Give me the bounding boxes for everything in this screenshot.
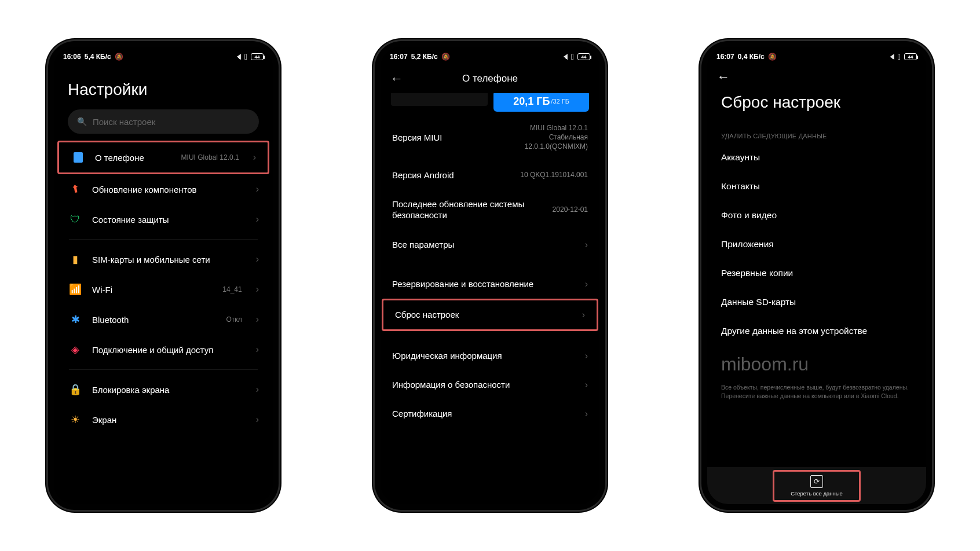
row-label: Версия Android [392, 170, 513, 180]
battery-icon: 44 [904, 53, 917, 60]
erase-label: Стереть все данные [791, 490, 843, 497]
phone-about: 16:07 5,2 КБ/с 🔕 􀙇 44 ← О телефоне 20,1 … [375, 41, 605, 510]
header: ← О телефоне [381, 64, 599, 93]
reset-item-other[interactable]: Другие данные на этом устройстве [707, 317, 926, 346]
status-time: 16:07 [390, 53, 408, 61]
chevron-right-icon: › [256, 344, 259, 355]
back-button[interactable]: ← [712, 69, 735, 85]
chevron-right-icon: › [253, 152, 256, 163]
reset-item-contacts[interactable]: Контакты [707, 172, 926, 201]
cell-signal-icon [233, 54, 241, 60]
chevron-right-icon: › [256, 384, 259, 395]
status-bar: 16:06 5,4 КБ/с 🔕 􀙇 44 [54, 47, 273, 64]
phone-settings: 16:06 5,4 КБ/с 🔕 􀙇 44 Настройки 🔍 Поиск … [48, 41, 279, 510]
row-label: Обновление компонентов [92, 185, 246, 194]
row-safety-info[interactable]: Информация о безопасности › [381, 370, 599, 399]
reset-item-media[interactable]: Фото и видео [707, 201, 926, 230]
chevron-right-icon: › [585, 409, 588, 419]
storage-total: /32 ГБ [551, 98, 569, 105]
row-label: Последнее обновление системы безопасност… [392, 199, 546, 221]
chevron-right-icon: › [256, 414, 259, 425]
header: ← [707, 64, 926, 90]
row-reset-settings[interactable]: Сброс настроек › [382, 299, 598, 331]
sim-icon: ▮ [69, 253, 82, 266]
chevron-right-icon: › [256, 284, 259, 295]
status-time: 16:06 [63, 53, 81, 61]
share-icon: ◈ [69, 343, 82, 356]
lock-icon: 🔒 [69, 383, 82, 396]
row-about-phone[interactable]: О телефоне MIUI Global 12.0.1 › [57, 141, 269, 174]
row-all-specs[interactable]: Все параметры › [381, 230, 599, 259]
row-label: Bluetooth [92, 315, 215, 325]
row-value: 10 QKQ1.191014.001 [520, 170, 588, 179]
row-security-patch[interactable]: Последнее обновление системы безопасност… [381, 189, 599, 230]
chevron-right-icon: › [256, 254, 259, 265]
row-component-updates[interactable]: ⬆ Обновление компонентов › [56, 174, 270, 204]
row-label: О телефоне [95, 153, 171, 163]
wifi-icon: 􀙇 [898, 52, 901, 61]
chevron-right-icon: › [582, 310, 585, 320]
phone-reset: 16:07 0,4 КБ/с 🔕 􀙇 44 ← Сброс настроек У… [701, 41, 932, 510]
row-label: Версия MIUI [392, 133, 518, 142]
reset-item-backups[interactable]: Резервные копии [707, 259, 926, 288]
row-label: Юридическая информация [392, 351, 575, 361]
cell-signal-icon [560, 54, 568, 60]
row-sim-networks[interactable]: ▮ SIM-карты и мобильные сети › [56, 244, 270, 274]
storage-widget[interactable]: 20,1 ГБ /32 ГБ [381, 93, 599, 114]
chevron-right-icon: › [256, 184, 259, 194]
storage-card-left [391, 93, 488, 106]
row-wifi[interactable]: 📶 Wi-Fi 14_41 › [56, 274, 270, 304]
row-label: Блокировка экрана [92, 385, 246, 395]
storage-used: 20,1 ГБ [513, 95, 550, 108]
cell-signal-icon [886, 54, 894, 60]
update-icon: ⬆ [68, 182, 82, 196]
reset-item-sdcard[interactable]: Данные SD-карты [707, 288, 926, 317]
row-value: 14_41 [222, 285, 242, 293]
reset-item-apps[interactable]: Приложения [707, 230, 926, 259]
search-icon: 🔍 [77, 117, 87, 126]
row-bluetooth[interactable]: ✱ Bluetooth Откл › [56, 304, 270, 335]
wifi-icon: 􀙇 [571, 52, 574, 61]
row-value: 2020-12-01 [553, 205, 588, 214]
status-bar: 16:07 0,4 КБ/с 🔕 􀙇 44 [707, 47, 926, 64]
row-display[interactable]: ☀ Экран › [56, 405, 270, 435]
row-miui-version[interactable]: Версия MIUI MIUI Global 12.0.1 Стабильна… [381, 114, 599, 161]
row-android-version[interactable]: Версия Android 10 QKQ1.191014.001 [381, 161, 599, 189]
row-security-status[interactable]: 🛡 Состояние защиты › [56, 204, 270, 234]
chevron-right-icon: › [256, 314, 259, 325]
chevron-right-icon: › [585, 279, 588, 289]
row-label: Резервирование и восстановление [392, 279, 575, 289]
row-legal-info[interactable]: Юридическая информация › [381, 341, 599, 370]
row-label: SIM-карты и мобильные сети [92, 255, 246, 265]
battery-icon: 44 [251, 53, 264, 60]
erase-all-button[interactable]: ⟳ Стереть все данные [773, 470, 861, 502]
row-connection-sharing[interactable]: ◈ Подключение и общий доступ › [56, 335, 270, 365]
row-label: Сертификация [392, 409, 575, 418]
row-certification[interactable]: Сертификация › [381, 399, 599, 428]
reset-icon: ⟳ [810, 475, 823, 488]
row-label: Wi-Fi [92, 285, 212, 295]
bluetooth-icon: ✱ [69, 313, 82, 326]
shield-icon: 🛡 [69, 213, 82, 226]
chevron-right-icon: › [585, 351, 588, 361]
status-speed: 0,4 КБ/с [738, 53, 765, 61]
row-label: Информация о безопасности [392, 380, 575, 390]
row-lock-screen[interactable]: 🔒 Блокировка экрана › [56, 374, 270, 405]
chevron-right-icon: › [585, 240, 588, 250]
row-backup-restore[interactable]: Резервирование и восстановление › [381, 270, 599, 299]
row-label: Все параметры [392, 240, 575, 249]
chevron-right-icon: › [585, 380, 588, 390]
mute-icon: 🔕 [115, 53, 123, 61]
row-label: Подключение и общий доступ [92, 345, 246, 355]
watermark: miboom.ru [707, 346, 926, 380]
search-placeholder: Поиск настроек [93, 117, 155, 127]
chevron-right-icon: › [256, 214, 259, 225]
reset-item-accounts[interactable]: Аккаунты [707, 143, 926, 172]
phone-icon [74, 152, 83, 163]
search-input[interactable]: 🔍 Поиск настроек [68, 109, 259, 134]
status-bar: 16:07 5,2 КБ/с 🔕 􀙇 44 [381, 47, 599, 64]
row-label: Сброс настроек [395, 310, 572, 319]
status-speed: 5,2 КБ/с [411, 53, 438, 61]
row-value: Откл [226, 315, 242, 324]
header-title: О телефоне [385, 73, 595, 85]
